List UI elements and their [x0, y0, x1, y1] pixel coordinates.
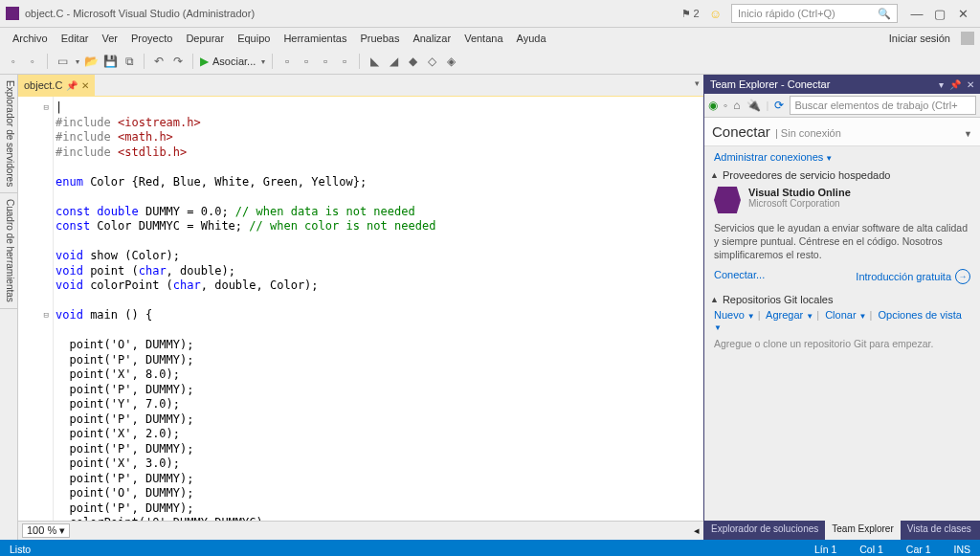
tool-icon[interactable]: ▫ [279, 54, 295, 69]
save-icon[interactable]: 💾 [102, 54, 118, 69]
manage-connections-link[interactable]: Administrar conexiones▼ [704, 146, 980, 167]
feedback-icon[interactable]: ☺ [709, 7, 722, 21]
window-title: object.C - Microsoft Visual Studio (Admi… [25, 8, 255, 19]
save-all-icon[interactable]: ⧉ [122, 54, 137, 69]
back-icon[interactable]: ◉ [708, 99, 718, 112]
menu-analizar[interactable]: Analizar [406, 31, 457, 46]
minimize-button[interactable]: — [905, 7, 928, 21]
close-button[interactable]: ✕ [951, 7, 974, 21]
git-clone-link[interactable]: Clonar [825, 309, 856, 321]
tab-overflow-icon[interactable]: ▾ [695, 78, 700, 88]
tool-icon[interactable]: ▫ [299, 54, 314, 69]
server-explorer-tab[interactable]: Explorador de servidores [0, 75, 17, 193]
team-explorer-tab[interactable]: Team Explorer [825, 521, 900, 540]
status-bar: Listo Lín 1 Col 1 Car 1 INS [0, 540, 980, 556]
panel-title: Team Explorer - Conectar [710, 78, 830, 90]
menu-ver[interactable]: Ver [95, 31, 124, 46]
hscroll-left-icon[interactable]: ◂ [694, 524, 700, 537]
toolbar: ◦ ◦ ▭▾ 📂 💾 ⧉ ↶ ↷ ▶ Asociar...▾ ▫ ▫ ▫ ▫ ◣… [0, 49, 980, 75]
dropdown-icon[interactable]: ▼ [964, 129, 972, 139]
menu-archivo[interactable]: Archivo [6, 31, 55, 46]
nav-fwd-icon[interactable]: ◦ [25, 54, 40, 69]
bookmark-icon[interactable]: ◢ [386, 54, 401, 69]
undo-icon[interactable]: ↶ [151, 54, 167, 69]
menu-ventana[interactable]: Ventana [457, 31, 509, 46]
intro-link[interactable]: Introducción gratuita→ [856, 269, 970, 284]
menu-proyecto[interactable]: Proyecto [124, 31, 179, 46]
menu-ayuda[interactable]: Ayuda [510, 31, 553, 46]
pin-icon[interactable]: 📌 [66, 80, 78, 91]
nav-back-icon[interactable]: ◦ [6, 54, 21, 69]
new-project-icon[interactable]: ▭ [55, 54, 70, 69]
solution-explorer-tab[interactable]: Explorador de soluciones [704, 521, 825, 540]
tab-label: object.C [24, 79, 62, 91]
toolbox-tab[interactable]: Cuadro de herramientas [0, 193, 17, 309]
menu-herramientas[interactable]: Herramientas [277, 31, 353, 46]
dropdown-icon[interactable]: ▾ [939, 79, 944, 90]
redo-icon[interactable]: ↷ [170, 54, 186, 69]
class-view-tab[interactable]: Vista de clases [901, 521, 978, 540]
provider-description: Servicios que le ayudan a enviar softwar… [704, 221, 980, 267]
bookmark-icon[interactable]: ◣ [367, 54, 382, 69]
run-button[interactable]: Asociar... [212, 56, 256, 67]
connect-link[interactable]: Conectar... [714, 269, 765, 284]
maximize-button[interactable]: ▢ [928, 7, 951, 21]
tool-icon[interactable]: ▫ [337, 54, 352, 69]
bookmark-icon[interactable]: ◈ [443, 54, 458, 69]
notifications-flag-icon[interactable]: ⚑ 2 [681, 8, 700, 20]
close-tab-icon[interactable]: ✕ [81, 80, 89, 91]
git-new-link[interactable]: Nuevo [714, 309, 745, 321]
vs-logo-icon [6, 7, 19, 20]
status-ready: Listo [10, 544, 31, 555]
git-add-link[interactable]: Agregar [766, 309, 803, 321]
connect-title: Conectar [712, 123, 770, 140]
sign-in-link[interactable]: Iniciar sesión [882, 31, 957, 46]
user-icon[interactable] [961, 32, 974, 45]
git-hint: Agregue o clone un repositorio Git para … [704, 334, 980, 353]
bookmark-icon[interactable]: ◇ [424, 54, 439, 69]
plug-icon[interactable]: 🔌 [746, 99, 761, 112]
zoom-bar: 100 % ▾ ◂ [18, 521, 703, 540]
status-col: Col 1 [859, 544, 883, 555]
work-item-search-input[interactable]: Buscar elementos de trabajo (Ctrl+ [790, 96, 976, 115]
close-panel-icon[interactable]: ✕ [967, 79, 974, 90]
status-char: Car 1 [906, 544, 931, 555]
menu-equipo[interactable]: Equipo [231, 31, 277, 46]
quick-launch-input[interactable]: Inicio rápido (Ctrl+Q)🔍 [731, 4, 898, 23]
home-icon[interactable]: ⌂ [733, 99, 740, 112]
bookmark-icon[interactable]: ◆ [405, 54, 420, 69]
git-view-link[interactable]: Opciones de vista [878, 309, 961, 321]
local-git-section[interactable]: ▲Repositorios Git locales [704, 292, 980, 307]
provider-subtitle: Microsoft Corporation [748, 198, 851, 209]
vs-online-icon [714, 187, 741, 213]
editor-gutter: ⊟ ⊟ [18, 97, 54, 521]
tabstrip: object.C 📌 ✕ ▾ [18, 75, 703, 97]
menu-pruebas[interactable]: Pruebas [353, 31, 406, 46]
code-body[interactable]: |#include <iostream.h>#include <math.h>#… [54, 97, 703, 521]
menu-editar[interactable]: Editar [55, 31, 96, 46]
tool-icon[interactable]: ▫ [318, 54, 333, 69]
menubar: Archivo Editar Ver Proyecto Depurar Equi… [0, 28, 980, 49]
provider-title: Visual Studio Online [748, 187, 851, 198]
refresh-icon[interactable]: ⟳ [774, 99, 784, 112]
code-editor[interactable]: ⊟ ⊟ |#include <iostream.h>#include <math… [18, 97, 703, 521]
forward-icon[interactable]: ◦ [724, 99, 727, 112]
hosted-providers-section[interactable]: ▲Proveedores de servicio hospedado [704, 167, 980, 183]
run-icon[interactable]: ▶ [200, 55, 209, 68]
zoom-select[interactable]: 100 % ▾ [22, 523, 70, 538]
titlebar: object.C - Microsoft Visual Studio (Admi… [0, 0, 980, 28]
open-icon[interactable]: 📂 [83, 54, 99, 69]
menu-depurar[interactable]: Depurar [179, 31, 231, 46]
status-line: Lín 1 [814, 544, 836, 555]
file-tab-objectc[interactable]: object.C 📌 ✕ [18, 75, 95, 96]
status-ins: INS [953, 544, 970, 555]
pin-icon[interactable]: 📌 [949, 79, 961, 90]
team-explorer-panel: Team Explorer - Conectar ▾ 📌 ✕ ◉ ◦ ⌂ 🔌 |… [703, 75, 980, 540]
connect-subtitle: | Sin conexión [775, 127, 841, 139]
